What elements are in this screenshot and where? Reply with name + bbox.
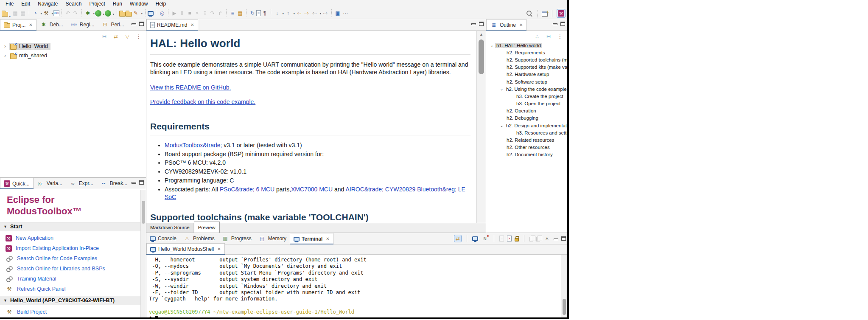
outline-item-h2-operation[interactable]: h2. Operation — [486, 107, 567, 115]
step-return-icon[interactable]: ↱ — [216, 9, 224, 17]
tab-hello-world-modusshell[interactable]: Hello_World ModusShell✕ — [146, 243, 225, 254]
readme-link-view-this-readme-on-github[interactable]: View this README on GitHub. — [150, 84, 231, 91]
tree-item-mtb-shared[interactable]: ›mtb_shared — [0, 51, 146, 60]
quick-panel-item-training-material[interactable]: Training Material — [0, 274, 146, 284]
forward-icon[interactable]: ⇨ — [322, 9, 329, 17]
open-project-icon[interactable] — [126, 12, 132, 17]
undo-icon[interactable]: ↶ — [64, 9, 72, 17]
chevron-down-icon[interactable]: ⌄ — [489, 43, 495, 48]
outline-item-h2-software-setup[interactable]: h2. Software setup — [486, 78, 567, 85]
scroll-lock-icon[interactable] — [515, 238, 519, 241]
tab-regi[interactable]: 1010Regi... — [67, 19, 98, 30]
menu-navigate[interactable]: Navigate — [34, 0, 62, 7]
suspend-icon[interactable]: ‖ — [178, 9, 186, 17]
toggle-command-field-icon[interactable] — [499, 236, 504, 241]
open-perspective-icon[interactable] — [542, 11, 548, 17]
inline-link-modustoolbox-trade[interactable]: ModusToolbox&trade; — [165, 142, 222, 149]
close-icon[interactable]: ✕ — [29, 22, 32, 27]
tree-item-hello-world[interactable]: ›Hello_World — [0, 42, 146, 51]
toolbar-overflow-icon[interactable]: ⋯ — [342, 9, 349, 17]
minimize-button[interactable] — [553, 23, 557, 25]
scroll-up-icon[interactable]: ▲ — [477, 32, 486, 36]
import-project-icon[interactable] — [119, 12, 126, 17]
tab-deb[interactable]: ✱Deb... — [36, 19, 67, 30]
last-edit-location-icon[interactable]: ⇦ — [295, 9, 303, 17]
outline-item-h3-resources-and-settings[interactable]: h3. Resources and settings — [486, 129, 567, 136]
menu-run[interactable]: Run — [109, 0, 126, 7]
close-icon[interactable]: ✕ — [519, 22, 523, 27]
outline-item-h2-other-resources[interactable]: h2. Other resources — [486, 144, 567, 151]
scrollbar-thumb[interactable] — [563, 299, 566, 315]
outline-item-h2-design-and-implementatio[interactable]: ⌄h2. Design and implementatio — [486, 122, 567, 129]
tab-readme-md[interactable]: README.md✕ — [146, 19, 198, 30]
terminal-scrollbar[interactable] — [561, 255, 567, 317]
tab-progress[interactable]: ▥Progress — [218, 233, 255, 244]
chevron-down-icon[interactable]: ⌄ — [498, 123, 505, 128]
welcome-icon[interactable]: ▣ — [334, 9, 342, 17]
tab-problems[interactable]: ⚠Problems — [180, 233, 218, 244]
chevron-down-icon[interactable]: ⌄ — [498, 87, 505, 91]
tab-quick[interactable]: ⚒Quick... — [0, 178, 34, 189]
save-icon[interactable]: ▦ — [11, 9, 19, 17]
inline-link-xmc7000-mcu[interactable]: XMC7000 MCU — [291, 186, 333, 193]
quick-panel-item-refresh-quick-panel[interactable]: ⚒Refresh Quick Panel — [0, 284, 146, 294]
quick-panel-item-build-project[interactable]: ⚒Build Project — [0, 307, 146, 317]
menu-edit[interactable]: Edit — [17, 0, 34, 7]
clear-terminal-icon[interactable]: ∗ — [543, 235, 551, 242]
link-with-terminal-icon[interactable]: ⇄ — [454, 235, 462, 242]
terminal-output[interactable]: -H, --homeroot output `Profiles' directo… — [146, 255, 561, 317]
outline-item-h2-document-history[interactable]: h2. Document history — [486, 151, 567, 158]
build-icon[interactable]: ⚒ — [42, 9, 50, 17]
bottom-tab-preview[interactable]: Preview — [194, 222, 220, 233]
breakpoint-types-icon[interactable]: ▤ — [236, 9, 244, 17]
chevron-right-icon[interactable]: › — [3, 43, 8, 49]
paste-icon[interactable] — [536, 237, 540, 241]
terminal-cursor[interactable] — [155, 316, 158, 317]
section-header-start[interactable]: ▼Start — [0, 222, 146, 231]
outline-item-h2-related-resources[interactable]: h2. Related resources — [486, 136, 567, 143]
maximize-button[interactable] — [139, 180, 144, 185]
collapse-all-icon[interactable]: ⊟ — [545, 33, 552, 40]
minimize-button[interactable] — [471, 23, 476, 25]
attach-debugger-icon[interactable]: ◎ — [158, 9, 166, 17]
menu-window[interactable]: Window — [126, 0, 152, 7]
next-edit-location-icon[interactable]: ⇨ — [303, 9, 311, 17]
copy-icon[interactable] — [529, 237, 533, 241]
new-application-icon[interactable] — [2, 12, 8, 17]
instruction-stepping-icon[interactable]: ≡ — [229, 9, 236, 17]
outline-item-h1-hal-hello-world[interactable]: ⌄h1. HAL: Hello world — [486, 42, 567, 49]
quick-panel-scrollbar[interactable] — [140, 190, 146, 317]
menu-project[interactable]: Project — [85, 0, 109, 7]
tab-proj[interactable]: Proj...✕ — [0, 19, 36, 30]
tab-break[interactable]: ●●Break... — [97, 178, 131, 189]
tab-expr[interactable]: ∞Expr... — [66, 178, 97, 189]
close-icon[interactable]: ✕ — [217, 247, 221, 251]
save-all-icon[interactable]: ▦ — [19, 9, 27, 17]
step-over-icon[interactable]: ↷ — [209, 9, 216, 17]
minimize-button[interactable] — [132, 182, 136, 184]
view-menu-icon[interactable]: ⋮ — [135, 33, 143, 40]
remove-terminal-icon[interactable]: × — [507, 236, 512, 241]
outline-item-h2-requirements[interactable]: h2. Requirements — [486, 49, 567, 56]
outline-item-h2-using-the-code-example[interactable]: ⌄h2. Using the code example — [486, 85, 567, 93]
show-disassembly-icon[interactable] — [256, 10, 261, 16]
maximize-button[interactable] — [479, 22, 484, 26]
modustoolbox-perspective-button[interactable]: ⚒ — [557, 9, 566, 18]
sort-icon[interactable]: ∴ — [533, 33, 541, 40]
collapse-all-icon[interactable]: ⊟ — [101, 33, 108, 40]
inline-link-psoc-trade-6-mcu[interactable]: PSoC&trade; 6 MCU — [220, 186, 274, 193]
menu-search[interactable]: Search — [62, 0, 85, 7]
readme-link-provide-feedback-on-this-code-example[interactable]: Provide feedback on this code example. — [150, 98, 255, 105]
close-icon[interactable]: ✕ — [326, 236, 329, 241]
outline-item-h2-supported-kits-make-varia[interactable]: h2. Supported kits (make varia — [486, 64, 567, 71]
redo-icon[interactable]: ↷ — [72, 9, 79, 17]
run-external-icon[interactable] — [105, 10, 111, 17]
terminate-icon[interactable]: ■ — [186, 9, 193, 17]
run-icon[interactable] — [95, 10, 101, 17]
new-wizard-icon[interactable]: ◔ — [31, 9, 39, 17]
quick-panel-item-search-online-for-libraries-and-bsps[interactable]: Search Online for Libraries and BSPs — [0, 264, 146, 274]
quick-panel-item-search-online-for-code-examples[interactable]: Search Online for Code Examples — [0, 253, 146, 264]
tab-varia[interactable]: (x)=Varia... — [34, 178, 66, 189]
outline-item-h2-supported-toolchains-mak[interactable]: h2. Supported toolchains (mak — [486, 56, 567, 63]
tab-terminal[interactable]: Terminal✕ — [290, 233, 333, 244]
